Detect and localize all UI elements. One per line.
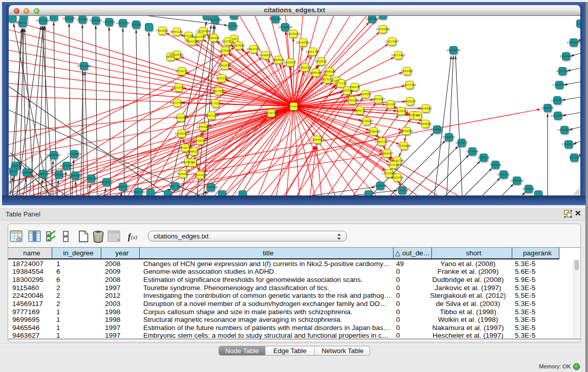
svg-text:8813054: 8813054 [269, 17, 282, 20]
svg-text:7485063: 7485063 [401, 69, 413, 73]
svg-text:1733426: 1733426 [396, 188, 409, 192]
svg-text:891295: 891295 [183, 34, 194, 37]
svg-text:7632621: 7632621 [489, 163, 502, 166]
svg-text:2967608: 2967608 [232, 43, 245, 47]
svg-text:9327503: 9327503 [193, 35, 206, 38]
svg-text:12505155: 12505155 [68, 173, 82, 177]
svg-text:39975887: 39975887 [59, 164, 74, 167]
svg-text:19654923: 19654923 [399, 129, 413, 133]
svg-text:8471676: 8471676 [497, 172, 510, 176]
svg-text:10025453: 10025453 [394, 109, 408, 113]
svg-text:18724007: 18724007 [287, 104, 301, 108]
svg-text:15136141: 15136141 [373, 184, 387, 187]
svg-text:10807487: 10807487 [371, 97, 385, 101]
svg-text:3498222: 3498222 [187, 149, 200, 153]
svg-text:20364436: 20364436 [345, 98, 359, 102]
svg-text:8215955: 8215955 [541, 106, 554, 110]
svg-text:12213967: 12213967 [385, 39, 399, 43]
svg-text:1527602: 1527602 [76, 17, 89, 21]
svg-text:17957223: 17957223 [84, 177, 98, 180]
svg-text:8454749: 8454749 [247, 47, 260, 51]
svg-text:7955812: 7955812 [315, 59, 328, 63]
svg-text:15640910: 15640910 [296, 40, 310, 44]
svg-text:6466160: 6466160 [90, 18, 102, 22]
svg-text:11325419: 11325419 [286, 32, 300, 35]
svg-text:10958107: 10958107 [99, 180, 114, 184]
svg-text:10654112: 10654112 [510, 179, 524, 182]
svg-text:9457791: 9457791 [169, 184, 182, 188]
svg-text:10973493: 10973493 [391, 53, 405, 57]
svg-text:8990448: 8990448 [310, 71, 322, 74]
svg-text:19654983: 19654983 [173, 116, 188, 119]
svg-text:917004: 917004 [210, 101, 221, 105]
svg-text:13524851: 13524851 [382, 171, 396, 175]
svg-text:16033809: 16033809 [208, 18, 222, 21]
svg-text:116753: 116753 [569, 156, 580, 159]
svg-text:98901: 98901 [166, 55, 175, 58]
svg-text:17359934: 17359934 [67, 152, 81, 156]
svg-text:9: 9 [191, 161, 193, 164]
svg-text:2803144: 2803144 [215, 76, 228, 80]
svg-text:10653267: 10653267 [62, 16, 76, 20]
svg-text:16961758: 16961758 [306, 50, 320, 53]
svg-text:1588520: 1588520 [272, 58, 285, 61]
svg-text:1621072: 1621072 [321, 77, 334, 81]
svg-text:9084067: 9084067 [381, 151, 394, 155]
svg-text:7625402: 7625402 [177, 172, 189, 176]
svg-text:8860128: 8860128 [170, 30, 183, 33]
svg-text:(x): (x) [131, 234, 138, 240]
svg-text:3675685: 3675685 [219, 49, 232, 52]
svg-text:1145194: 1145194 [53, 172, 65, 176]
svg-text:9245652: 9245652 [522, 187, 535, 190]
svg-text:15718485: 15718485 [204, 185, 218, 189]
svg-text:19384554: 19384554 [310, 138, 324, 141]
svg-text:9699695: 9699695 [419, 122, 432, 125]
svg-text:9474444: 9474444 [466, 149, 479, 153]
svg-text:1112: 1112 [577, 21, 580, 25]
svg-text:7357224: 7357224 [226, 24, 239, 28]
svg-text:2935114: 2935114 [477, 156, 490, 159]
svg-text:2087682: 2087682 [366, 17, 379, 20]
svg-text:9146821: 9146821 [259, 53, 272, 57]
svg-text:11353594: 11353594 [196, 125, 210, 128]
svg-text:16782759: 16782759 [116, 185, 130, 188]
svg-text:9794028: 9794028 [323, 70, 336, 73]
svg-text:7663822: 7663822 [156, 29, 169, 32]
svg-text:9227342: 9227342 [556, 69, 569, 73]
svg-text:18807249: 18807249 [375, 140, 389, 143]
svg-text:29053346: 29053346 [77, 64, 91, 68]
svg-text:8938923: 8938923 [443, 135, 455, 139]
svg-text:3624554: 3624554 [359, 92, 372, 96]
svg-text:39154: 39154 [9, 169, 18, 173]
svg-text:8186328: 8186328 [207, 36, 220, 39]
svg-text:16671355: 16671355 [116, 21, 130, 25]
svg-text:18226058: 18226058 [196, 29, 210, 33]
svg-text:9427552: 9427552 [212, 89, 225, 93]
svg-text:16046738: 16046738 [178, 146, 192, 149]
svg-text:546: 546 [231, 37, 237, 40]
svg-text:1156829: 1156829 [20, 170, 33, 174]
svg-text:9777169: 9777169 [335, 81, 347, 85]
svg-text:16210643: 16210643 [551, 114, 565, 117]
svg-text:1071915: 1071915 [103, 20, 116, 24]
svg-text:16648784: 16648784 [446, 48, 461, 52]
svg-text:15720407: 15720407 [359, 119, 374, 123]
svg-text:12213369: 12213369 [171, 85, 186, 89]
svg-text:12093872: 12093872 [552, 83, 567, 86]
svg-text:6497568: 6497568 [341, 89, 354, 92]
svg-text:10688609: 10688609 [366, 129, 381, 133]
svg-text:16154838: 16154838 [376, 27, 390, 31]
svg-text:20691406: 20691406 [36, 18, 50, 22]
svg-text:10107554: 10107554 [170, 101, 184, 104]
svg-text:17016504: 17016504 [561, 142, 576, 146]
svg-text:746266: 746266 [350, 85, 360, 89]
svg-text:10756928: 10756928 [397, 144, 411, 147]
svg-text:435061: 435061 [11, 164, 21, 167]
svg-text:12975115: 12975115 [402, 83, 417, 86]
svg-text:9242848: 9242848 [219, 63, 231, 67]
svg-text:15692971: 15692971 [557, 128, 572, 132]
svg-text:751552: 751552 [131, 23, 142, 26]
svg-text:20206516: 20206516 [47, 153, 61, 157]
svg-text:62160: 62160 [386, 102, 395, 106]
svg-text:19166827: 19166827 [175, 132, 189, 135]
